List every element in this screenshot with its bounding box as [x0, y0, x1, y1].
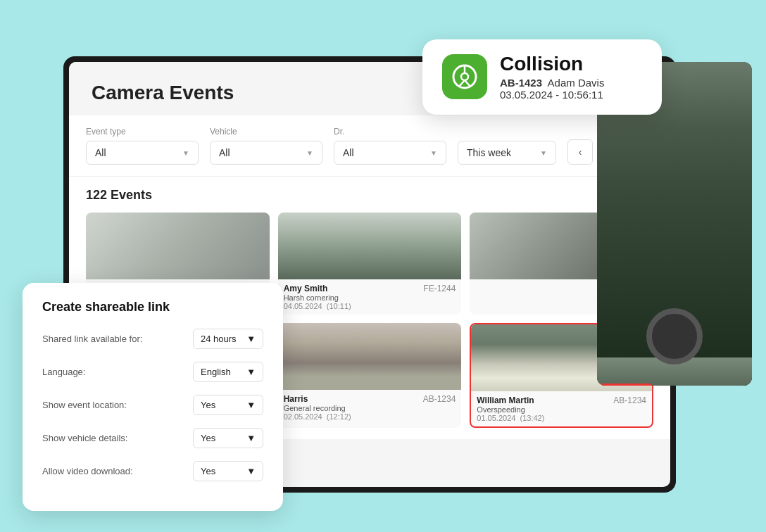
chevron-down-icon8: ▼ [246, 433, 256, 443]
collision-detail: AB-1423 Adam Davis [500, 77, 604, 89]
vehicle-label: Vehicle [210, 127, 322, 137]
share-location-select[interactable]: Yes ▼ [193, 395, 263, 415]
driver-value: All [343, 147, 354, 158]
share-vehicle-label: Show vehicle details: [42, 433, 127, 443]
share-duration-label: Shared link available for: [42, 334, 142, 344]
filters-bar: Event type All ▼ Vehicle All ▼ Dr. All ▼ [69, 115, 670, 177]
svg-line-4 [465, 80, 470, 87]
collision-driver: Adam Davis [548, 77, 605, 89]
share-location-value: Yes [201, 400, 215, 410]
vehicle-plate: AB-1234 [613, 395, 646, 405]
table-row[interactable]: Harris AB-1234 General recording 02.05.2… [278, 323, 462, 428]
share-location-label: Show event location: [42, 400, 127, 410]
event-info: William Martin AB-1234 Overspeeding 01.0… [471, 391, 652, 426]
share-vehicle-value: Yes [201, 433, 215, 443]
collision-title: Collision [500, 53, 604, 75]
share-duration-value: 24 hours [201, 334, 237, 344]
event-thumbnail [278, 213, 462, 279]
driver-label: Dr. [334, 127, 446, 137]
vehicle-select[interactable]: All ▼ [210, 141, 322, 165]
video-progress-bar[interactable] [597, 384, 651, 386]
share-download-label: Allow video download: [42, 466, 133, 476]
table-row[interactable]: Amy Smith FE-1244 Harsh cornering 04.05.… [278, 213, 462, 315]
collision-plate: AB-1423 [500, 77, 542, 89]
filter-vehicle: Vehicle All ▼ [210, 127, 322, 165]
share-link-card: Create shareable link Shared link availa… [23, 283, 283, 511]
driver-name: Harris [284, 394, 308, 404]
collision-icon-bg [442, 54, 487, 99]
share-row-location: Show event location: Yes ▼ [42, 395, 263, 415]
driver-name: Amy Smith [284, 284, 328, 293]
share-row-download: Allow video download: Yes ▼ [42, 461, 263, 481]
chevron-down-icon5: ▼ [246, 334, 256, 344]
collision-info: Collision AB-1423 Adam Davis 03.05.2024 … [500, 53, 604, 101]
share-row-vehicle: Show vehicle details: Yes ▼ [42, 428, 263, 448]
event-type-text: Overspeeding [477, 405, 646, 414]
event-type-select[interactable]: All ▼ [86, 141, 199, 165]
share-language-value: English [201, 367, 231, 377]
svg-line-3 [459, 80, 465, 87]
share-download-value: Yes [201, 466, 215, 476]
collision-datetime: 03.05.2024 - 10:56:11 [500, 89, 604, 101]
event-date: 01.05.2024 (13:42) [477, 414, 646, 422]
driver-name: William Martin [477, 395, 534, 405]
period-value: This week [467, 147, 511, 158]
chevron-down-icon: ▼ [182, 149, 189, 157]
share-language-label: Language: [42, 367, 85, 377]
period-select[interactable]: This week ▼ [458, 141, 556, 165]
event-thumbnail [86, 213, 270, 279]
driver-select[interactable]: All ▼ [334, 141, 446, 165]
chevron-down-icon4: ▼ [540, 149, 547, 157]
share-vehicle-select[interactable]: Yes ▼ [193, 428, 263, 448]
filter-event-type: Event type All ▼ [86, 127, 199, 165]
event-date: 04.05.2024 (10:11) [284, 302, 456, 310]
share-language-select[interactable]: English ▼ [193, 362, 263, 382]
collision-notification-card: Collision AB-1423 Adam Davis 03.05.2024 … [422, 39, 662, 115]
event-type-text: General recording [284, 404, 456, 412]
vehicle-plate: FE-1244 [423, 284, 456, 293]
share-download-select[interactable]: Yes ▼ [193, 461, 263, 481]
chevron-down-icon3: ▼ [430, 149, 437, 157]
filter-driver: Dr. All ▼ [334, 127, 446, 165]
svg-point-1 [461, 73, 468, 80]
steering-wheel-icon [452, 64, 477, 89]
event-type-value: All [95, 147, 106, 158]
chevron-down-icon9: ▼ [246, 466, 256, 476]
filter-period: This week ▼ [458, 137, 556, 165]
share-row-language: Language: English ▼ [42, 362, 263, 382]
event-date: 02.05.2024 (12:12) [284, 412, 456, 421]
steering-wheel-view [646, 308, 703, 365]
share-row-duration: Shared link available for: 24 hours ▼ [42, 329, 263, 349]
chevron-down-icon6: ▼ [246, 367, 256, 377]
events-count: 122 Events [86, 188, 653, 203]
share-duration-select[interactable]: 24 hours ▼ [193, 329, 263, 349]
event-type-text: Harsh cornering [284, 293, 456, 302]
event-info: Harris AB-1234 General recording 02.05.2… [278, 390, 462, 425]
chevron-down-icon2: ▼ [306, 149, 313, 157]
vehicle-value: All [219, 147, 230, 158]
event-info: Amy Smith FE-1244 Harsh cornering 04.05.… [278, 279, 462, 315]
prev-button[interactable]: ‹ [567, 139, 593, 165]
share-title: Create shareable link [42, 300, 263, 315]
chevron-down-icon7: ▼ [246, 400, 256, 410]
vehicle-plate: AB-1234 [423, 394, 456, 404]
event-thumbnail [278, 323, 462, 390]
event-type-label: Event type [86, 127, 199, 137]
